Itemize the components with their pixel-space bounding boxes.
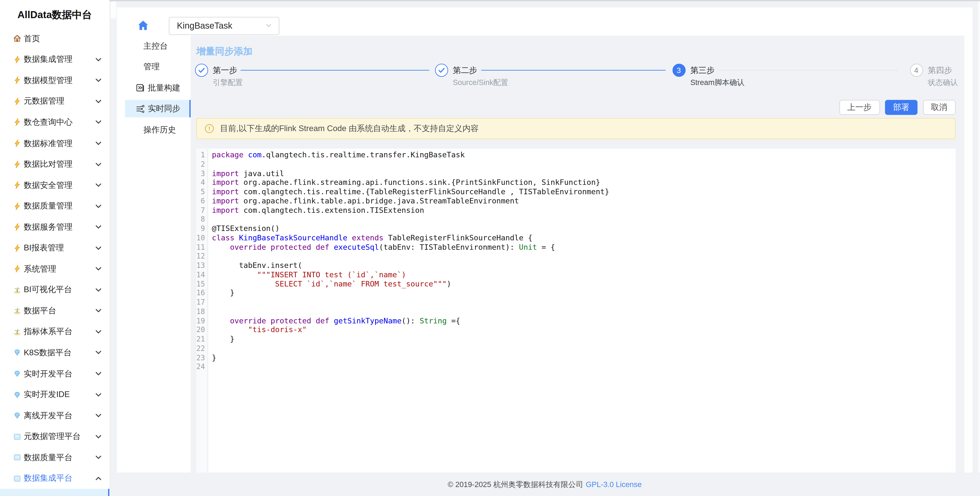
chevron-up-icon — [95, 475, 102, 482]
line-number: 21 — [196, 334, 207, 344]
sidebar-item[interactable]: 数据平台 — [0, 300, 110, 322]
sidebar-item[interactable]: 数据服务管理 — [0, 217, 110, 238]
sidebar-item-label: 数据标准管理 — [24, 138, 73, 149]
code-line — [212, 252, 609, 261]
line-number: 10 — [196, 233, 207, 242]
sidebar-item[interactable]: 实时开发平台 — [0, 363, 110, 384]
line-number: 9 — [196, 224, 207, 233]
sidebar-item-label: 数据模型管理 — [24, 75, 73, 86]
page-scrollbar-track[interactable] — [978, 1, 980, 472]
sidebar-item[interactable]: 首页 — [0, 28, 110, 49]
sidebar-item[interactable]: 数仓查询中心 — [0, 112, 110, 133]
code-line: class KingBaseTaskSourceHandle extends T… — [212, 233, 609, 242]
line-number: 8 — [196, 215, 207, 224]
step-connector — [240, 70, 430, 71]
bolt-icon — [13, 160, 21, 168]
realtime-icon — [135, 104, 145, 113]
inner-menu-item[interactable]: 操作历史 — [116, 119, 191, 140]
gem-icon — [13, 369, 21, 377]
sidebar-item[interactable]: 数据集成平台 — [0, 468, 110, 489]
copyright-text: © 2019-2025 杭州奥零数据科技有限公司 — [448, 479, 584, 490]
island-icon — [13, 286, 21, 294]
chevron-down-icon — [95, 287, 102, 293]
sidebar-item[interactable]: 实时开发IDE — [0, 384, 110, 405]
island-icon — [13, 307, 21, 315]
step-check-icon — [435, 63, 448, 77]
sidebar-item[interactable]: 系统管理 — [0, 258, 110, 279]
sidebar-item[interactable]: K8S数据平台 — [0, 342, 110, 363]
chevron-down-icon — [95, 265, 102, 272]
inner-menu-item-label: 管理 — [143, 62, 160, 73]
sidebar-menu: 首页数据集成管理数据模型管理元数据管理数仓查询中心数据标准管理数据比对管理数据安… — [0, 28, 110, 489]
sidebar-item[interactable]: 元数据管理平台 — [0, 426, 110, 447]
code-line: @TISExtension() — [212, 224, 609, 233]
line-number: 23 — [196, 353, 207, 362]
inner-menu-item[interactable]: 批量构建 — [116, 78, 191, 98]
sidebar-item[interactable]: 离线开发平台 — [0, 405, 110, 426]
sidebar-item[interactable]: BI报表管理 — [0, 238, 110, 258]
sidebar-scrollbar-thumb[interactable] — [110, 1, 116, 19]
bolt-icon — [13, 202, 21, 210]
sidebar-selected-submenu-item[interactable] — [0, 489, 108, 496]
sidebar-item[interactable]: 元数据管理 — [0, 91, 110, 112]
line-number: 14 — [196, 270, 207, 279]
line-number: 22 — [196, 344, 207, 353]
step-2: 第二步Source/Sink配置 — [435, 63, 508, 87]
code-line: import com.qlangtech.tis.extension.TISEx… — [212, 206, 609, 215]
code-line: override protected def executeSql(tabEnv… — [212, 242, 609, 252]
task-select[interactable]: KingBaseTask — [169, 17, 279, 35]
deploy-button[interactable]: 部署 — [885, 100, 918, 114]
code-line: import java.util — [212, 169, 609, 178]
chevron-down-icon — [95, 119, 102, 126]
line-number: 12 — [196, 252, 207, 261]
step-number: 4 — [910, 63, 923, 77]
sidebar-item-label: 数据集成管理 — [24, 54, 73, 65]
gem-icon — [13, 412, 21, 420]
inner-menu-item[interactable]: 管理 — [116, 57, 191, 78]
sidebar-item[interactable]: 数据质量管理 — [0, 196, 110, 217]
sidebar-item[interactable]: 数据质量平台 — [0, 447, 110, 468]
inner-menu-item[interactable]: 主控台 — [116, 36, 191, 57]
bolt-icon — [13, 181, 21, 189]
line-number: 1 — [196, 151, 207, 160]
line-number: 6 — [196, 196, 207, 206]
bolt-icon — [13, 55, 21, 63]
sidebar-item-label: 数据质量平台 — [24, 452, 73, 463]
sidebar-item[interactable]: BI可视化平台 — [0, 279, 110, 300]
step-title: 第四步 — [928, 65, 958, 76]
code-line: import org.apache.flink.table.api.bridge… — [212, 196, 609, 206]
home-icon[interactable] — [138, 20, 149, 31]
sidebar-item-label: 实时开发平台 — [24, 368, 73, 379]
code-line: import org.apache.flink.streaming.api.fu… — [212, 178, 609, 187]
warning-text: 目前,以下生成的Flink Stream Code 由系统自动生成，不支持自定义… — [220, 123, 479, 134]
code-line — [212, 344, 609, 353]
code-line: } — [212, 334, 609, 344]
chevron-down-icon — [95, 412, 102, 419]
chevron-down-icon — [95, 182, 102, 189]
sidebar-item[interactable]: 数据模型管理 — [0, 70, 110, 91]
sidebar-item-label: 数据比对管理 — [24, 158, 73, 170]
step-connector — [719, 70, 898, 71]
cancel-button[interactable]: 取消 — [923, 100, 956, 114]
license-link[interactable]: GPL-3.0 License — [586, 480, 641, 489]
main-card: KingBaseTask 主控台管理批量构建实时同步操作历史 增量同步添加 第一… — [116, 8, 972, 472]
sidebar-item[interactable]: 数据标准管理 — [0, 133, 110, 154]
step-description: 引擎配置 — [213, 78, 243, 87]
chevron-down-icon — [95, 223, 102, 230]
code-line: SELECT `id`,`name` FROM test_source""") — [212, 279, 609, 288]
prev-step-button[interactable]: 上一步 — [839, 100, 880, 114]
sidebar-item[interactable]: 数据比对管理 — [0, 154, 110, 175]
inner-menu-item-label: 操作历史 — [143, 124, 176, 135]
line-number: 5 — [196, 187, 207, 196]
inner-menu-item[interactable]: 实时同步 — [116, 98, 191, 119]
app-root: AllData数据中台 首页数据集成管理数据模型管理元数据管理数仓查询中心数据标… — [0, 0, 980, 496]
sidebar-item[interactable]: 数据安全管理 — [0, 175, 110, 196]
bolt-icon — [13, 223, 21, 231]
sidebar-item[interactable]: 数据集成管理 — [0, 49, 110, 70]
code-editor[interactable]: 123456789101112131415161718192021222324 … — [196, 148, 955, 472]
chevron-down-icon — [95, 98, 102, 105]
sidebar-item[interactable]: 指标体系平台 — [0, 321, 110, 342]
line-number: 16 — [196, 288, 207, 298]
sidebar-item-label: 数据集成平台 — [24, 473, 73, 484]
sidebar-item-label: 数据质量管理 — [24, 201, 73, 212]
